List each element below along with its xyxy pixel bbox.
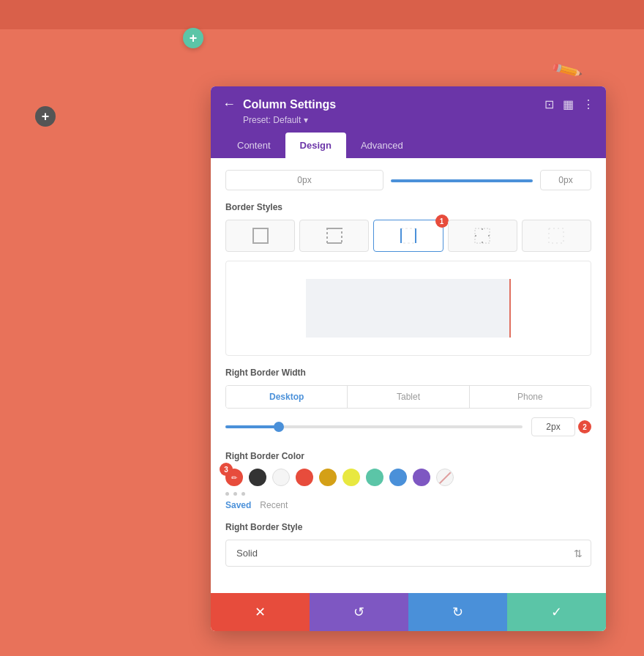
- cancel-button[interactable]: ✕: [211, 593, 310, 631]
- responsive-tabs: Desktop Tablet Phone: [225, 385, 591, 409]
- border-style-none[interactable]: [522, 220, 591, 252]
- right-border-style-section: Right Border Style Solid Dashed Dotted D…: [211, 522, 606, 578]
- panel-title: Column Settings: [243, 98, 336, 111]
- svg-rect-0: [253, 228, 268, 243]
- add-left-button[interactable]: +: [35, 106, 56, 127]
- recent-label[interactable]: Recent: [260, 500, 288, 510]
- add-center-button[interactable]: +: [183, 28, 203, 48]
- panel-title-icons: ⊡ ▦ ⋮: [544, 97, 594, 111]
- active-color-swatch-wrapper: 3 ✏: [225, 469, 243, 486]
- panel-body: Border Styles: [211, 158, 606, 593]
- strikethrough-swatch[interactable]: [436, 469, 454, 486]
- top-border-slider: [391, 179, 533, 182]
- purple-swatch[interactable]: [413, 469, 430, 486]
- resp-tab-desktop[interactable]: Desktop: [226, 386, 347, 408]
- green-swatch[interactable]: [366, 469, 383, 486]
- border-style-badge: 1: [435, 215, 449, 228]
- top-bar: [0, 0, 644, 29]
- all-borders-icon: [250, 225, 271, 246]
- slider-fill: [225, 425, 279, 428]
- top-border-inputs: [211, 158, 606, 196]
- gold-swatch[interactable]: [319, 469, 337, 486]
- left-border-input[interactable]: [225, 170, 383, 190]
- slider-badge: 2: [578, 420, 591, 433]
- responsive-icon[interactable]: ⊡: [544, 97, 554, 111]
- border-style-select[interactable]: Solid Dashed Dotted Double None: [225, 540, 591, 567]
- border-styles-label: Border Styles: [211, 196, 606, 220]
- border-style-top-bottom[interactable]: [299, 220, 369, 252]
- tab-design[interactable]: Design: [285, 133, 346, 158]
- back-arrow-icon[interactable]: ←: [222, 97, 236, 112]
- saved-recent-row: Saved Recent: [225, 500, 591, 510]
- slider-thumb[interactable]: [274, 422, 284, 432]
- slider-track[interactable]: [225, 425, 523, 428]
- dot-2: [233, 492, 237, 496]
- right-border-color-label: Right Border Color: [225, 451, 591, 469]
- panel-preset[interactable]: Preset: Default ▾: [243, 115, 594, 125]
- right-border-style-label: Right Border Style: [225, 522, 591, 540]
- border-style-individual[interactable]: [448, 220, 517, 252]
- panel-tabs: Content Design Advanced: [222, 133, 594, 158]
- resp-tab-tablet[interactable]: Tablet: [347, 386, 468, 408]
- left-right-borders-icon: [398, 225, 419, 246]
- border-style-left-right[interactable]: 1: [373, 220, 443, 252]
- border-preview-area: [225, 261, 591, 356]
- yellow-swatch[interactable]: [342, 469, 360, 486]
- redo-button[interactable]: ↻: [408, 593, 507, 631]
- svg-rect-1: [327, 228, 342, 243]
- panel-title-row: ← Column Settings ⊡ ▦ ⋮: [222, 97, 594, 112]
- layout-icon[interactable]: ▦: [563, 97, 574, 111]
- undo-button[interactable]: ↺: [310, 593, 408, 631]
- slider-value-box: 2: [531, 417, 591, 436]
- right-border-width-label: Right Border Width: [225, 368, 591, 385]
- preview-right-border: [509, 279, 511, 338]
- individual-borders-icon: [472, 225, 493, 246]
- saved-label[interactable]: Saved: [225, 500, 251, 510]
- right-border-top-input[interactable]: [540, 170, 591, 190]
- panel-header: ← Column Settings ⊡ ▦ ⋮ Preset: Default …: [211, 86, 606, 158]
- red-swatch[interactable]: [296, 469, 313, 486]
- style-select-wrapper: Solid Dashed Dotted Double None ⇅: [225, 540, 591, 567]
- svg-rect-4: [401, 228, 416, 243]
- slider-row: 2: [225, 417, 591, 436]
- more-icon[interactable]: ⋮: [583, 97, 594, 111]
- column-settings-panel: ← Column Settings ⊡ ▦ ⋮ Preset: Default …: [211, 86, 606, 631]
- right-border-width-section: Right Border Width Desktop Tablet Phone …: [211, 368, 606, 451]
- dot-3: [242, 492, 245, 496]
- no-borders-icon: [546, 225, 566, 246]
- border-styles-row: 1: [211, 220, 606, 261]
- color-badge: 3: [220, 463, 233, 476]
- dot-1: [225, 492, 229, 496]
- slider-value-input[interactable]: [531, 417, 575, 436]
- blue-swatch[interactable]: [389, 469, 407, 486]
- tab-content[interactable]: Content: [222, 133, 285, 158]
- top-bottom-borders-icon: [324, 225, 345, 246]
- border-style-all[interactable]: [225, 220, 295, 252]
- white-swatch[interactable]: [272, 469, 290, 486]
- resp-tab-phone[interactable]: Phone: [469, 386, 591, 408]
- panel-footer: ✕ ↺ ↻ ✓: [211, 593, 606, 631]
- preview-inner-box: [306, 279, 511, 338]
- save-button[interactable]: ✓: [507, 593, 606, 631]
- panel-title-left: ← Column Settings: [222, 97, 336, 112]
- color-swatches-row: 3 ✏: [225, 469, 591, 486]
- color-dots-row: [225, 492, 591, 496]
- black-swatch[interactable]: [249, 469, 266, 486]
- svg-rect-7: [475, 228, 490, 243]
- tab-advanced[interactable]: Advanced: [346, 133, 418, 158]
- right-border-color-section: Right Border Color 3 ✏: [211, 451, 606, 522]
- svg-rect-12: [549, 228, 564, 243]
